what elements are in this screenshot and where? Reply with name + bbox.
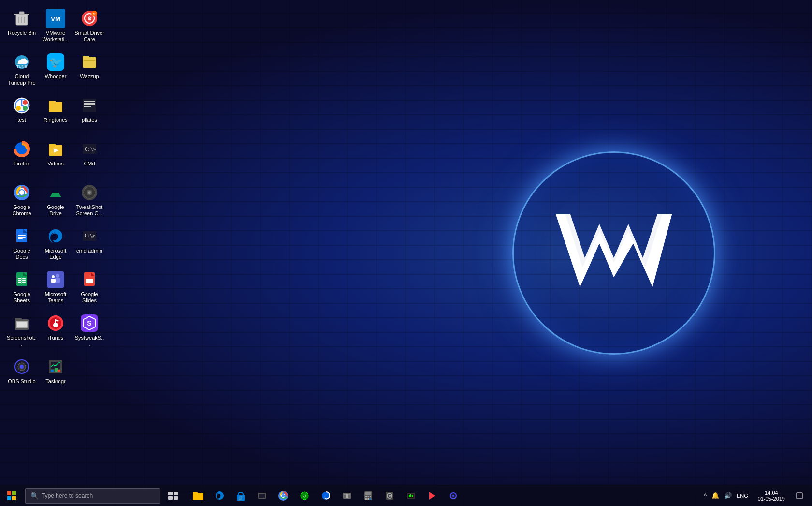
systweak-label: SystweakS... — [74, 335, 104, 347]
taskbar-clock[interactable]: 14:04 01-05-2019 — [753, 485, 790, 506]
desktop-icon-itunes[interactable]: iTunes — [39, 310, 72, 353]
svg-rect-105 — [168, 492, 173, 495]
svg-rect-83 — [17, 322, 27, 327]
wazzup-icon — [80, 52, 99, 72]
desktop-icon-firefox[interactable]: Firefox — [5, 135, 39, 179]
svg-point-144 — [452, 495, 454, 497]
svg-rect-19 — [84, 60, 95, 61]
svg-rect-107 — [168, 496, 173, 500]
taskbar-app-4[interactable] — [336, 485, 358, 506]
desktop-icon-whooper[interactable]: 🐦 Whooper — [39, 48, 72, 92]
google-drive-label: Google Drive — [41, 204, 71, 217]
desktop-icon-cmd-admin[interactable]: C:\>_ cmd admin — [72, 223, 106, 266]
notification-button[interactable] — [791, 485, 808, 506]
desktop-icon-google-chrome[interactable]: Google Chrome — [5, 179, 39, 223]
tweakshot-label: TweakShot Screen C... — [74, 204, 104, 217]
systweak-icon: S — [80, 313, 99, 333]
desktop-icon-obs-studio[interactable]: OBS Studio — [5, 353, 39, 397]
google-chrome-label: Google Chrome — [7, 204, 37, 217]
google-slides-icon — [80, 270, 99, 289]
google-docs-label: Google Docs — [7, 248, 37, 260]
svg-text:🛡: 🛡 — [303, 494, 306, 499]
network-icon[interactable]: 🔔 — [710, 491, 721, 500]
svg-rect-68 — [22, 282, 26, 283]
svg-marker-45 — [50, 193, 61, 197]
svg-text:9: 9 — [93, 12, 96, 16]
desktop-icon-recycle-bin[interactable]: Recycle Bin — [5, 5, 39, 48]
svg-point-95 — [20, 365, 24, 369]
taskmgr-label: Taskmgr — [45, 378, 66, 385]
taskbar-app-7[interactable] — [443, 485, 464, 506]
taskbar: 🔍 — [0, 485, 812, 506]
svg-rect-31 — [84, 104, 95, 105]
svg-rect-100 — [58, 370, 60, 372]
language-label[interactable]: ENG — [735, 492, 750, 500]
start-button[interactable] — [0, 485, 23, 506]
cmd-label: CMd — [84, 161, 95, 167]
desktop-icon-pilates[interactable]: pilates — [72, 92, 106, 135]
google-sheets-label: Google Sheets — [7, 291, 37, 304]
cloud-tuneup-label: Cloud Tuneup Pro — [7, 74, 37, 86]
svg-rect-99 — [55, 368, 58, 372]
itunes-label: iTunes — [48, 335, 64, 341]
taskbar-app-3[interactable] — [315, 485, 336, 506]
search-input[interactable] — [42, 492, 155, 499]
desktop-icon-smart-driver[interactable]: ⚙ 9 Smart Driver Care — [72, 5, 106, 48]
desktop-icon-google-slides[interactable]: Google Slides — [72, 266, 106, 310]
volume-icon[interactable]: 🔊 — [722, 491, 734, 500]
desktop-icon-taskmgr[interactable]: Taskmgr — [39, 353, 72, 397]
desktop-icon-microsoft-teams[interactable]: Microsoft Teams — [39, 266, 72, 310]
svg-rect-140 — [412, 495, 413, 497]
taskbar-file-explorer[interactable] — [188, 485, 209, 506]
taskbar-calculator[interactable] — [358, 485, 379, 506]
svg-point-25 — [16, 106, 21, 111]
logo-letter — [551, 205, 677, 301]
desktop-icon-cmd[interactable]: C:\>_ CMd — [72, 135, 106, 179]
svg-text:VM: VM — [51, 15, 60, 23]
desktop-icon-google-drive[interactable]: Google Drive — [39, 179, 72, 223]
desktop-icon-test[interactable]: test — [5, 92, 39, 135]
svg-rect-27 — [49, 101, 56, 104]
taskbar-chrome-tb[interactable] — [273, 485, 294, 506]
desktop-icon-microsoft-edge[interactable]: Microsoft Edge — [39, 223, 72, 266]
vmware-icon: VM — [46, 9, 65, 28]
svg-rect-56 — [18, 237, 26, 238]
desktop-icon-cloud-tuneup[interactable]: TUNE Cloud Tuneup Pro — [5, 48, 39, 92]
desktop-icon-google-docs[interactable]: Google Docs — [5, 223, 39, 266]
svg-text:S: S — [87, 319, 91, 327]
desktop: Recycle Bin VM VMware Workstati... ⚙ 9 S… — [0, 0, 812, 506]
svg-point-24 — [23, 106, 28, 111]
taskbar-search[interactable]: 🔍 — [25, 488, 160, 504]
desktop-icon-systweak[interactable]: S SystweakS... — [72, 310, 106, 353]
svg-rect-32 — [84, 106, 91, 107]
desktop-icon-google-sheets[interactable]: Google Sheets — [5, 266, 39, 310]
clock-time: 14:04 — [765, 490, 778, 496]
desktop-icon-vmware[interactable]: VM VMware Workstati... — [39, 5, 72, 48]
svg-point-135 — [389, 495, 391, 497]
taskbar-store[interactable]: 🛒 — [230, 485, 251, 506]
desktop-icon-wazzup[interactable]: Wazzup — [72, 48, 106, 92]
taskbar-media[interactable] — [421, 485, 443, 506]
taskbar-app-5[interactable] — [379, 485, 400, 506]
google-slides-label: Google Slides — [74, 291, 104, 304]
hidden-icons-button[interactable]: ^ — [702, 491, 709, 500]
taskbar-task-view[interactable] — [162, 485, 184, 506]
taskbar-app-1[interactable] — [251, 485, 273, 506]
desktop-icon-screenshots[interactable]: Screenshot... — [5, 310, 39, 353]
google-docs-icon — [12, 226, 31, 246]
taskbar-app-6[interactable] — [400, 485, 421, 506]
taskbar-edge[interactable] — [209, 485, 230, 506]
svg-rect-103 — [7, 496, 11, 500]
desktop-icon-tweakshot[interactable]: TweakShot Screen C... — [72, 179, 106, 223]
desktop-icon-videos[interactable]: Videos — [39, 135, 72, 179]
svg-rect-101 — [7, 491, 11, 495]
svg-rect-123 — [344, 494, 346, 495]
videos-label: Videos — [47, 161, 63, 167]
svg-rect-106 — [174, 492, 178, 495]
microsoft-edge-icon — [46, 226, 65, 246]
taskbar-apps: 🛒 — [188, 485, 696, 506]
svg-rect-57 — [18, 238, 23, 239]
desktop-icon-ringtones[interactable]: Ringtones — [39, 92, 72, 135]
svg-rect-129 — [370, 496, 371, 497]
taskbar-app-2[interactable]: 🛡 — [294, 485, 315, 506]
